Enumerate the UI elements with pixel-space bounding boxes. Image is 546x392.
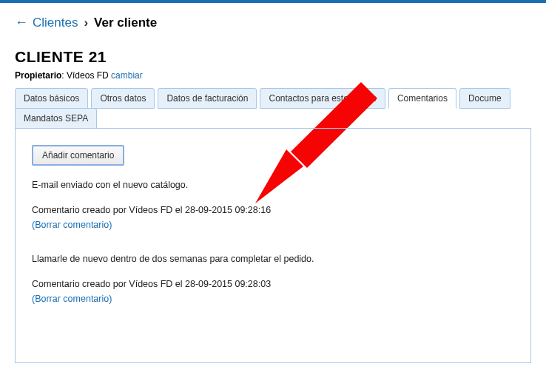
tabs-row-1: Datos básicos Otros datos Datos de factu… [15,88,531,109]
owner-label: Propietario [15,70,61,81]
owner-line: Propietario: Vídeos FD cambiar [15,70,531,81]
tab-mandatos-sepa[interactable]: Mandatos SEPA [15,108,97,129]
tab-contactos[interactable]: Contactos para este cliente [260,88,385,109]
add-comment-button[interactable]: Añadir comentario [32,145,124,166]
tab-comentarios[interactable]: Comentarios [388,88,456,109]
breadcrumb-link-clientes[interactable]: Clientes [33,16,78,30]
breadcrumb: ← Clientes › Ver cliente [15,15,531,30]
comment-item: E-mail enviado con el nuevo catálogo. Co… [32,178,514,232]
tab-datos-facturacion[interactable]: Datos de facturación [158,88,257,109]
owner-change-link[interactable]: cambiar [111,70,143,81]
comment-text: Llamarle de nuevo dentro de dos semanas … [32,251,514,266]
chevron-right-icon: › [84,16,88,30]
tab-documentos[interactable]: Docume [459,88,510,109]
delete-comment-link[interactable]: (Borrar comentario) [32,217,514,232]
tab-panel-comentarios: Añadir comentario E-mail enviado con el … [15,128,531,363]
back-arrow-icon[interactable]: ← [15,15,28,30]
delete-comment-link[interactable]: (Borrar comentario) [32,291,514,306]
tab-otros-datos[interactable]: Otros datos [91,88,155,109]
tab-datos-basicos[interactable]: Datos básicos [15,88,88,109]
comment-text: E-mail enviado con el nuevo catálogo. [32,178,514,192]
owner-name: Vídeos FD [67,70,109,81]
comment-meta: Comentario creado por Vídeos FD el 28-09… [32,203,514,217]
page-title: CLIENTE 21 [15,48,531,66]
comment-meta: Comentario creado por Vídeos FD el 28-09… [32,277,514,291]
breadcrumb-current: Ver cliente [94,16,157,30]
comment-item: Llamarle de nuevo dentro de dos semanas … [32,251,514,306]
tabs-row-2: Mandatos SEPA [15,108,531,129]
